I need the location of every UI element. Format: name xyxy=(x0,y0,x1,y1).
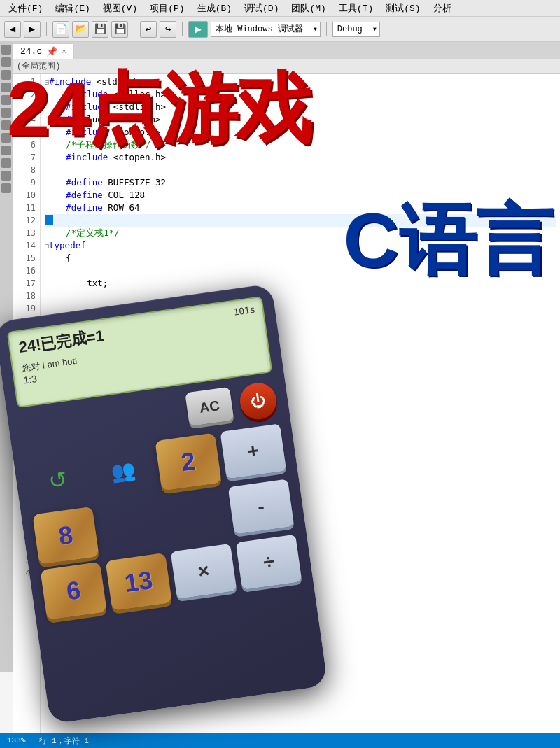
new-button[interactable]: 📄 xyxy=(52,21,69,38)
redo-button[interactable]: ↪ xyxy=(160,21,176,38)
calculator: 101s 24!已完成=1 您对 I am hot! 1:3 AC ⏻ ↺ 👥 … xyxy=(0,283,328,724)
tab-close-button[interactable]: × xyxy=(62,48,66,56)
code-line-7: #include <ctopen.h> xyxy=(45,151,556,164)
line-num-10: 10 xyxy=(13,189,40,202)
calc-num-13[interactable]: 13 xyxy=(106,553,172,611)
line-num-14: 14 xyxy=(13,239,40,252)
line-num-13: 13 xyxy=(13,227,40,239)
sidebar-icon-10[interactable] xyxy=(1,158,11,168)
calc-empty-cell xyxy=(97,498,164,556)
calc-ac-button[interactable]: AC xyxy=(185,387,234,426)
line-num-16: 16 xyxy=(13,264,40,277)
line-num-12: 12 xyxy=(13,214,40,227)
calc-refresh-button[interactable]: ↺ xyxy=(24,451,91,509)
calc-op-plus[interactable]: + xyxy=(220,423,287,479)
line-num-9: 9 xyxy=(13,176,40,189)
tab-24c[interactable]: 24.c 📌 × xyxy=(13,43,74,59)
title-c-language: C语言 xyxy=(344,189,553,293)
cursor-position: 行 1，字符 1 xyxy=(39,735,88,746)
status-bar: 133% 行 1，字符 1 xyxy=(0,733,560,748)
refresh-icon: ↺ xyxy=(47,465,69,494)
line-num-11: 11 xyxy=(13,202,40,214)
title-24-points: 24点游戏 xyxy=(7,70,309,147)
power-icon: ⏻ xyxy=(249,391,267,411)
calc-num-6[interactable]: 6 xyxy=(41,562,107,620)
calc-empty-cell-2 xyxy=(163,488,230,546)
undo-button[interactable]: ↩ xyxy=(140,21,157,38)
menu-team[interactable]: 团队(M) xyxy=(286,1,331,16)
forward-button[interactable]: ▶ xyxy=(24,21,41,38)
sidebar-icon-12[interactable] xyxy=(1,183,11,193)
menu-project[interactable]: 项目(P) xyxy=(144,1,190,16)
menu-build[interactable]: 生成(B) xyxy=(192,1,237,16)
calc-op-mul[interactable]: × xyxy=(171,544,237,599)
menu-tools[interactable]: 工具(T) xyxy=(333,1,379,16)
open-button[interactable]: 📂 xyxy=(72,21,89,38)
zoom-level: 133% xyxy=(7,736,25,745)
tab-filename: 24.c xyxy=(20,46,42,57)
tab-bar: 24.c 📌 × xyxy=(13,42,560,59)
toolbar-sep-3 xyxy=(182,22,183,36)
toolbar: ◀ ▶ 📄 📂 💾 💾 ↩ ↪ ▶ 本地 Windows 调试器 Debug xyxy=(0,17,560,42)
save-button[interactable]: 💾 xyxy=(92,21,108,38)
sidebar-icon-11[interactable] xyxy=(1,171,11,181)
code-line-8 xyxy=(45,164,556,176)
people-icon: 👥 xyxy=(109,458,136,484)
calc-num-8[interactable]: 8 xyxy=(32,507,99,565)
menu-bar: 文件(F) 编辑(E) 视图(V) 项目(P) 生成(B) 调试(D) 团队(M… xyxy=(0,0,560,17)
save-all-button[interactable]: 💾 xyxy=(111,21,128,38)
local-windows-debugger[interactable]: 本地 Windows 调试器 xyxy=(211,22,321,37)
toolbar-sep-2 xyxy=(134,22,134,36)
toolbar-sep-1 xyxy=(46,22,47,36)
line-num-17: 17 xyxy=(13,277,40,290)
calc-op-minus[interactable]: - xyxy=(228,479,295,534)
debug-mode-selector[interactable]: Debug xyxy=(332,22,380,37)
calc-op-div[interactable]: ÷ xyxy=(236,535,302,590)
back-button[interactable]: ◀ xyxy=(4,21,21,38)
menu-file[interactable]: 文件(F) xyxy=(3,1,48,16)
menu-analyze[interactable]: 分析 xyxy=(428,1,457,16)
toolbar-sep-4 xyxy=(326,22,327,36)
line-num-18: 18 xyxy=(13,290,40,302)
calc-power-button[interactable]: ⏻ xyxy=(238,381,279,422)
line-num-8: 8 xyxy=(13,164,40,176)
menu-test[interactable]: 测试(S) xyxy=(380,1,426,16)
menu-debug[interactable]: 调试(D) xyxy=(239,1,284,16)
calc-button-grid: ↺ 👥 2 + 8 - 6 13 × ÷ xyxy=(24,423,302,620)
calc-people-button[interactable]: 👥 xyxy=(90,442,156,500)
sidebar-icon-1[interactable] xyxy=(1,45,11,55)
line-num-19: 19 xyxy=(13,302,40,315)
calc-num-2[interactable]: 2 xyxy=(155,432,221,491)
line-num-7: 7 xyxy=(13,151,40,164)
menu-view[interactable]: 视图(V) xyxy=(97,1,143,16)
code-line-9: #define BUFFSIZE 32 xyxy=(45,176,556,189)
run-button[interactable]: ▶ xyxy=(188,21,208,38)
menu-edit[interactable]: 编辑(E) xyxy=(50,1,95,16)
line-num-15: 15 xyxy=(13,252,40,264)
tab-pin-icon[interactable]: 📌 xyxy=(46,46,57,57)
